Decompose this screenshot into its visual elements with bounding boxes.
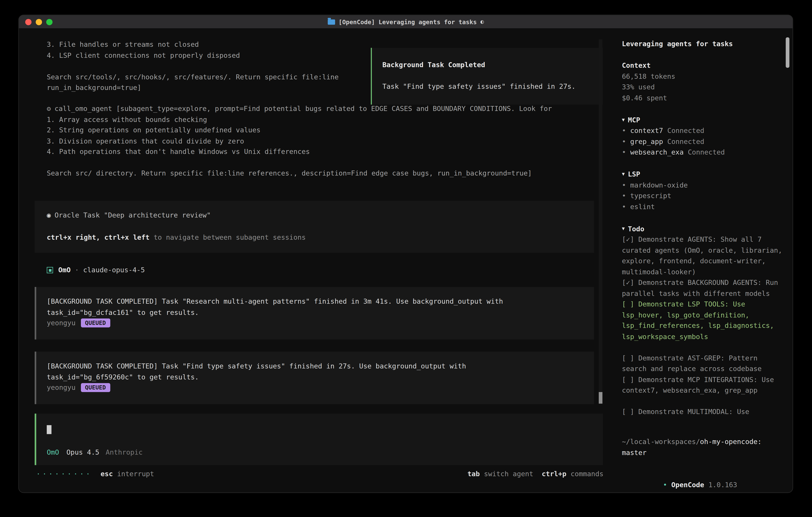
context-tokens: 66,518 tokens — [622, 71, 785, 82]
workspace-branch: master — [622, 447, 785, 458]
log-line: Search src/tools/, src/hooks/, src/featu… — [47, 72, 339, 83]
oracle-task-text: Oracle Task "Deep architecture review" — [55, 211, 211, 219]
message-line: task_id="bg_6f59260c" to get results. — [47, 372, 584, 383]
input-agent-name: OmO — [47, 447, 59, 458]
main-scrollbar-track — [599, 39, 602, 404]
tool-call-text: call_omo_agent [subagent_type=explore, p… — [55, 105, 552, 112]
workspace-path-line: ~/local-workspaces/oh-my-opencode: — [622, 437, 785, 447]
tool-call-item: 2. String operations on potentially unde… — [47, 125, 552, 136]
message-author: yeongyu — [47, 319, 76, 327]
agent-model: claude-opus-4-5 — [83, 265, 145, 276]
zoom-button[interactable] — [46, 19, 53, 25]
status-right: tab switch agent ctrl+p commands — [467, 469, 604, 480]
bullet-icon: • — [622, 202, 626, 210]
oracle-task-panel: ◉Oracle Task "Deep architecture review" … — [35, 201, 594, 253]
navigation-hint: ctrl+x right, ctrl+x left to navigate be… — [47, 232, 582, 243]
queued-badge: QUEUED — [81, 319, 110, 327]
mcp-heading: ▼MCP — [622, 114, 785, 126]
mcp-section: ▼MCP •context7Connected •grep_appConnect… — [622, 114, 785, 158]
main-scrollbar-thumb[interactable] — [599, 392, 602, 404]
minimize-button[interactable] — [36, 19, 42, 25]
mcp-name: grep_app — [630, 137, 663, 145]
message-line: [BACKGROUND TASK COMPLETED] Task "Find t… — [47, 361, 584, 372]
spinner-dots-icon: ········· — [36, 469, 92, 480]
todo-item: [ ] Demonstrate MULTIMODAL: Use — [622, 407, 785, 418]
tool-call-item: 4. Path operations that don't handle Win… — [47, 146, 552, 157]
mcp-name: websearch_exa — [630, 148, 684, 156]
bullet-icon: • — [622, 181, 626, 189]
workspace-path: ~/local-workspaces/oh-my-opencode: maste… — [622, 437, 785, 458]
todo-item: [ ] Demonstrate LSP TOOLS: Use lsp_hover… — [622, 299, 785, 342]
bullet-icon: • — [622, 137, 626, 145]
window-title-text: [OpenCode] Leveraging agents for tasks — [339, 18, 477, 26]
mcp-item: •grep_appConnected — [622, 136, 785, 147]
lsp-heading: ▼LSP — [622, 169, 785, 180]
record-circle-icon: ◉ — [47, 211, 51, 219]
message-meta: yeongyuQUEUED — [47, 383, 584, 393]
esc-key-label: interrupt — [117, 469, 154, 480]
message-block: [BACKGROUND TASK COMPLETED] Task "Find t… — [35, 352, 594, 404]
message-line: task_id="bg_dcfac161" to get results. — [47, 307, 584, 318]
message-author: yeongyu — [47, 384, 76, 391]
context-spent: $0.46 spent — [622, 93, 785, 104]
tab-key-label: switch agent — [484, 469, 533, 480]
separator-dot: · — [75, 265, 79, 276]
chevron-down-icon: ▼ — [622, 117, 625, 122]
text-cursor — [47, 425, 52, 434]
session-title: Leveraging agents for tasks — [622, 39, 785, 50]
ctrlp-key-label: commands — [571, 469, 604, 480]
log-line — [47, 61, 339, 72]
tool-call-block: ⚙call_omo_agent [subagent_type=explore, … — [47, 104, 552, 179]
blank-line — [47, 157, 552, 168]
status-left: ········· esc interrupt — [36, 469, 154, 480]
log-line: 4. LSP client connections not properly d… — [47, 50, 339, 61]
sidebar-scrollbar-thumb[interactable] — [786, 37, 789, 68]
todo-item: [ ] Demonstrate AST-GREP: Pattern search… — [622, 353, 785, 375]
chevron-down-icon: ▼ — [622, 226, 625, 231]
mcp-status: Connected — [667, 127, 704, 135]
lsp-name: typescript — [630, 192, 671, 199]
agent-session-header: OmO · claude-opus-4-5 — [47, 265, 145, 276]
bullet-icon: • — [622, 148, 626, 156]
hint-keys: ctrl+x right, ctrl+x left — [47, 233, 149, 241]
tool-call-item: 1. Array access without bounds checking — [47, 114, 552, 125]
context-used: 33% used — [622, 82, 785, 93]
app-version: 1.0.163 — [708, 481, 737, 488]
lsp-name: markdown-oxide — [630, 181, 688, 189]
queued-badge: QUEUED — [81, 383, 110, 392]
agent-square-icon — [47, 267, 53, 273]
log-line: run_in_background=true] — [47, 83, 339, 93]
lsp-item: •markdown-oxide — [622, 180, 785, 191]
context-section: Context 66,518 tokens 33% used $0.46 spe… — [622, 60, 785, 104]
tool-call-line: ⚙call_omo_agent [subagent_type=explore, … — [47, 104, 552, 114]
todo-section: ▼Todo [✓] Demonstrate AGENTS: Show all 7… — [622, 223, 785, 418]
half-circle-icon: ◐ — [481, 19, 484, 25]
lsp-name: eslint — [630, 202, 655, 210]
desktop: [OpenCode] Leveraging agents for tasks ◐… — [0, 0, 812, 517]
mcp-name: context7 — [630, 127, 663, 135]
gear-icon: ⚙ — [47, 105, 51, 112]
close-button[interactable] — [25, 19, 32, 25]
prompt-input[interactable]: OmO Opus 4.5 Anthropic — [35, 414, 603, 465]
background-task-toast: Background Task Completed Task "Find typ… — [371, 48, 603, 105]
model-info-row: OmO Opus 4.5 Anthropic — [47, 447, 592, 458]
lsp-item: •typescript — [622, 191, 785, 201]
bullet-icon: • — [622, 192, 626, 199]
bullet-icon: • — [622, 127, 626, 135]
mcp-item: •context7Connected — [622, 126, 785, 136]
todo-item: [✓] Demonstrate BACKGROUND AGENTS: Run p… — [622, 277, 785, 299]
mcp-status: Connected — [688, 148, 725, 156]
terminal-content: 3. File handles or streams not closed 4.… — [19, 29, 793, 493]
log-lines: 3. File handles or streams not closed 4.… — [47, 39, 339, 93]
mcp-heading-label: MCP — [628, 116, 640, 124]
message-line: [BACKGROUND TASK COMPLETED] Task "Resear… — [47, 297, 584, 307]
workspace-path-name: oh-my-opencode: — [700, 438, 762, 446]
todo-heading-label: Todo — [628, 225, 644, 233]
chat-main-area: 3. File handles or streams not closed 4.… — [19, 29, 603, 493]
workspace-path-dim: ~/local-workspaces/ — [622, 438, 700, 446]
lsp-item: •eslint — [622, 201, 785, 212]
traffic-lights — [25, 19, 53, 25]
context-heading: Context — [622, 60, 785, 71]
log-line: 3. File handles or streams not closed — [47, 39, 339, 50]
toast-body: Task "Find type safety issues" finished … — [382, 81, 592, 92]
